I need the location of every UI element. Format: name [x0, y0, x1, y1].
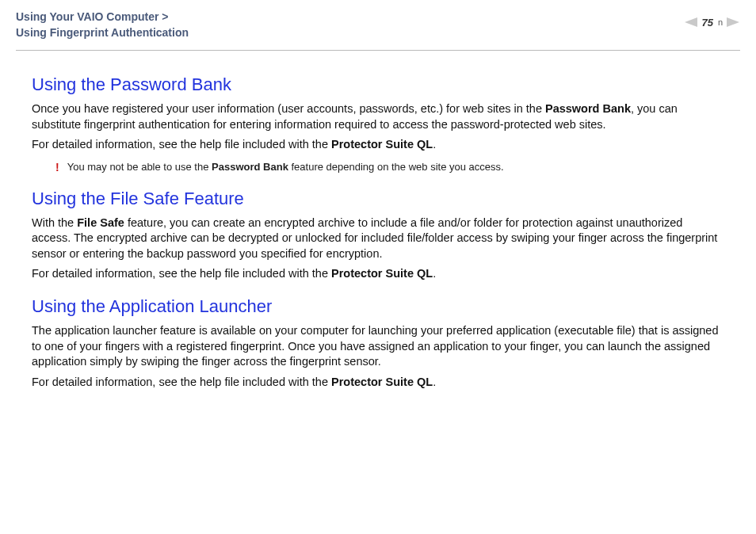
svg-marker-1	[727, 17, 739, 27]
breadcrumb-line2: Using Fingerprint Authentication	[16, 26, 189, 39]
page-number: 75	[701, 17, 712, 29]
breadcrumb: Using Your VAIO Computer > Using Fingerp…	[16, 10, 189, 40]
body-text: The application launcher feature is avai…	[32, 323, 724, 370]
heading-password-bank: Using the Password Bank	[32, 74, 724, 95]
page-nav: 75 n	[684, 10, 740, 29]
body-text: With the File Safe feature, you can crea…	[32, 216, 724, 262]
heading-app-launcher: Using the Application Launcher	[32, 296, 724, 317]
warning-icon: !	[55, 161, 59, 174]
body-text: For detailed information, see the help f…	[32, 137, 724, 153]
next-page-button[interactable]	[726, 16, 740, 29]
heading-file-safe: Using the File Safe Feature	[32, 189, 724, 209]
body-text: For detailed information, see the help f…	[32, 266, 724, 282]
svg-marker-0	[685, 17, 697, 27]
prev-page-button[interactable]	[684, 16, 698, 29]
body-text: Once you have registered your user infor…	[32, 101, 724, 132]
page-content: Using the Password Bank Once you have re…	[0, 51, 756, 410]
n-label: n	[718, 17, 723, 27]
warning-text: You may not be able to use the Password …	[67, 161, 504, 174]
page-header: Using Your VAIO Computer > Using Fingerp…	[0, 0, 756, 47]
body-text: For detailed information, see the help f…	[32, 375, 724, 391]
warning-note: ! You may not be able to use the Passwor…	[32, 161, 724, 174]
breadcrumb-line1: Using Your VAIO Computer >	[16, 10, 169, 23]
